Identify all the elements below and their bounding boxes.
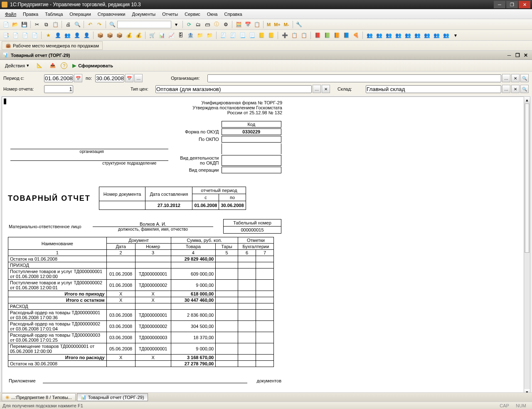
- user2-icon[interactable]: 👤: [73, 31, 81, 39]
- subwin-close-button[interactable]: ✕: [522, 52, 530, 59]
- menu-windows[interactable]: Окна: [204, 10, 220, 18]
- yellow-doc-icon[interactable]: 📙: [332, 31, 341, 39]
- money1-icon[interactable]: 💰: [125, 31, 133, 39]
- receipt2-icon[interactable]: 🧾: [229, 31, 237, 39]
- dropdown-icon[interactable]: ▾: [172, 20, 180, 29]
- group5-icon[interactable]: 👥: [404, 31, 412, 39]
- redo-icon[interactable]: ↷: [95, 20, 103, 29]
- calendar-to-icon[interactable]: 📅: [125, 74, 133, 82]
- org-open-icon[interactable]: 🔍: [520, 74, 529, 82]
- group9-icon[interactable]: 👥: [442, 31, 450, 39]
- menu-edit[interactable]: Правка: [20, 10, 41, 18]
- group6-icon[interactable]: 👥: [413, 31, 421, 39]
- price-type-select-icon[interactable]: …: [313, 85, 321, 93]
- help-icon[interactable]: ?: [61, 62, 67, 69]
- pie-icon[interactable]: 🍕: [352, 31, 360, 39]
- tools-icon[interactable]: ⚙: [222, 20, 230, 29]
- folder1-icon[interactable]: 📁: [196, 31, 204, 39]
- cut-icon[interactable]: ✂: [33, 20, 41, 29]
- green-doc-icon[interactable]: 📗: [323, 31, 331, 39]
- close-button[interactable]: ✕: [519, 1, 530, 8]
- doc4-icon[interactable]: 📄: [30, 31, 39, 39]
- subwin-minimize-button[interactable]: ─: [505, 52, 513, 59]
- group7-icon[interactable]: 👥: [423, 31, 431, 39]
- calc-icon[interactable]: 🧮: [234, 20, 243, 29]
- chart1-icon[interactable]: 📊: [158, 31, 166, 39]
- print-icon[interactable]: 🖨: [64, 20, 72, 29]
- wrench-icon[interactable]: 🔧: [295, 20, 303, 29]
- group4-icon[interactable]: 👥: [394, 31, 402, 39]
- menu-documents[interactable]: Документы: [129, 10, 158, 18]
- group3-icon[interactable]: 👥: [384, 31, 393, 39]
- group8-icon[interactable]: 👥: [432, 31, 441, 39]
- export-icon[interactable]: 📤: [47, 62, 58, 69]
- m-plus-button[interactable]: М+: [273, 22, 282, 27]
- refresh-icon[interactable]: ⟳: [185, 20, 193, 29]
- box3-icon[interactable]: 📦: [115, 31, 123, 39]
- subwin-restore-button[interactable]: ❐: [514, 52, 521, 59]
- receipt1-icon[interactable]: 🧾: [219, 31, 227, 39]
- search-icon[interactable]: 🔍: [108, 20, 116, 29]
- folder2-icon[interactable]: 📁: [205, 31, 214, 39]
- db-icon[interactable]: 🗄: [177, 31, 185, 39]
- preview-icon[interactable]: 🔍: [73, 20, 81, 29]
- money2-icon[interactable]: 💰: [134, 31, 143, 39]
- journal1-icon[interactable]: 📒: [257, 31, 266, 39]
- user1-icon[interactable]: 👤: [54, 31, 62, 39]
- clipboard2-icon[interactable]: 📋: [253, 20, 261, 29]
- warehouse-clear-icon[interactable]: ✕: [511, 85, 520, 93]
- users-icon[interactable]: 👥: [63, 31, 71, 39]
- period-to-input[interactable]: [95, 74, 124, 82]
- group1-icon[interactable]: 👥: [365, 31, 374, 39]
- list2-icon[interactable]: 📋: [300, 31, 308, 39]
- user3-icon[interactable]: 👤: [82, 31, 91, 39]
- new-icon[interactable]: 📄: [2, 20, 10, 29]
- warehouse-input[interactable]: [366, 85, 501, 93]
- warehouse-open-icon[interactable]: 🔍: [520, 85, 529, 93]
- calendar-from-icon[interactable]: 📅: [74, 74, 82, 82]
- open-icon[interactable]: 📂: [11, 20, 19, 29]
- search-input[interactable]: [117, 21, 171, 28]
- list1-icon[interactable]: 📋: [290, 31, 298, 39]
- menu-help[interactable]: Справка: [222, 10, 244, 18]
- doc1-icon[interactable]: 📑: [2, 31, 10, 39]
- invoice1-icon[interactable]: 📃: [238, 31, 246, 39]
- box2-icon[interactable]: 📦: [106, 31, 114, 39]
- num-input[interactable]: [44, 85, 73, 93]
- doc2-icon[interactable]: 📄: [11, 31, 20, 39]
- actions-dropdown[interactable]: Действия▾: [2, 62, 32, 69]
- add-doc-icon[interactable]: ➕: [281, 31, 289, 39]
- m-button[interactable]: М: [266, 22, 272, 27]
- undo-icon[interactable]: ↶: [86, 20, 94, 29]
- menu-table[interactable]: Таблица: [42, 10, 65, 18]
- settings-icon[interactable]: 📐: [34, 62, 45, 69]
- form-button[interactable]: ▶ Сформировать: [70, 61, 116, 70]
- menu-catalogs[interactable]: Справочники: [95, 10, 128, 18]
- paste-icon[interactable]: 📋: [51, 20, 59, 29]
- period-from-input[interactable]: [44, 74, 73, 82]
- invoice2-icon[interactable]: 📃: [248, 31, 256, 39]
- price-type-clear-icon[interactable]: ✕: [322, 85, 330, 93]
- box1-icon[interactable]: 📦: [96, 31, 104, 39]
- org-select-icon[interactable]: …: [502, 74, 510, 82]
- warehouse-select-icon[interactable]: …: [502, 85, 510, 93]
- journal2-icon[interactable]: 📒: [267, 31, 275, 39]
- save-icon[interactable]: 💾: [20, 20, 28, 29]
- period-select-icon[interactable]: …: [134, 74, 143, 82]
- red-doc-icon[interactable]: 📕: [313, 31, 322, 39]
- group2-icon[interactable]: 👥: [375, 31, 383, 39]
- manager-workspace-button[interactable]: 👜 Рабочее место менеджера по продажам: [2, 41, 103, 50]
- minimize-button[interactable]: ─: [494, 1, 505, 8]
- menu-service[interactable]: Сервис: [182, 10, 203, 18]
- tree-icon[interactable]: 🗃: [203, 20, 212, 29]
- menu-operations[interactable]: Операции: [67, 10, 93, 18]
- bank-icon[interactable]: 🏦: [186, 31, 195, 39]
- org-input[interactable]: [207, 74, 501, 82]
- menu-reports[interactable]: Отчеты: [160, 10, 180, 18]
- maximize-button[interactable]: ❐: [506, 1, 518, 8]
- chart2-icon[interactable]: 📈: [167, 31, 175, 39]
- copy-icon[interactable]: ⧉: [42, 20, 50, 29]
- menu-file[interactable]: Файл: [2, 10, 19, 18]
- price-type-input[interactable]: [155, 85, 312, 93]
- blue-doc-icon[interactable]: 📘: [342, 31, 350, 39]
